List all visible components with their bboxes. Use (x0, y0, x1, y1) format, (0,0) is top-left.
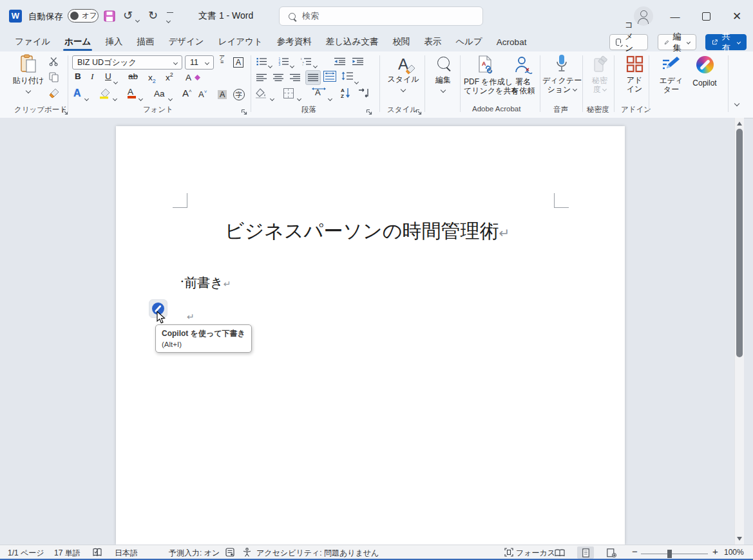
bold-button[interactable]: B (75, 71, 81, 81)
grow-font-icon[interactable]: A˄ (182, 88, 192, 99)
quick-access-more-icon[interactable] (167, 12, 173, 26)
redo-icon[interactable]: ↻ (148, 8, 158, 23)
zoom-in-button[interactable]: + (712, 546, 718, 557)
share-button[interactable]: 共有 (705, 34, 747, 50)
zoom-out-button[interactable]: − (632, 546, 638, 557)
font-size-select[interactable]: 11 (185, 55, 214, 70)
vertical-scrollbar[interactable] (734, 118, 744, 545)
paste-button[interactable]: 貼り付け (10, 54, 46, 97)
undo-dropdown-icon[interactable] (136, 14, 139, 26)
character-border-icon[interactable]: A (233, 56, 243, 68)
word-logo-icon[interactable]: W (9, 10, 22, 23)
addins-button[interactable]: アド イン (620, 55, 649, 93)
word-count[interactable]: 17 単語 (54, 548, 81, 559)
close-button[interactable]: ✕ (723, 0, 751, 32)
borders-icon[interactable] (283, 88, 294, 101)
decrease-indent-icon[interactable] (334, 57, 346, 68)
editing-mode-button[interactable]: 編集 (658, 34, 696, 50)
minimize-button[interactable]: — (661, 0, 689, 32)
font-color-dropdown-icon[interactable] (139, 93, 142, 104)
justify-button[interactable] (305, 70, 321, 85)
scroll-down-icon[interactable] (737, 537, 742, 541)
show-formatting-marks-icon[interactable] (358, 88, 370, 100)
focus-label[interactable]: フォーカス (516, 548, 555, 559)
distributed-dropdown-icon[interactable] (329, 93, 332, 104)
document-title-text[interactable]: ビジネスパーソンの時間管理術↵ (187, 218, 548, 245)
create-pdf-button[interactable]: A PDF を作成し てリンクを共有 (464, 55, 506, 95)
tab-view[interactable]: 表示 (417, 32, 448, 51)
paragraph-dialog-launcher-icon[interactable] (366, 106, 372, 113)
accessibility-status[interactable]: アクセシビリティ: 問題ありません (256, 548, 379, 559)
cut-icon[interactable] (49, 57, 59, 69)
align-right-icon[interactable] (290, 73, 300, 84)
format-painter-icon[interactable] (49, 88, 60, 101)
tab-insert[interactable]: 挿入 (98, 32, 129, 51)
shading-dropdown-icon[interactable] (271, 93, 274, 104)
text-effects-dropdown-icon[interactable] (85, 93, 88, 104)
tab-mailings[interactable]: 差し込み文書 (319, 32, 386, 51)
underline-dropdown-icon[interactable] (114, 76, 117, 88)
editing-button[interactable]: 編集 (426, 57, 460, 96)
tab-review[interactable]: 校閲 (385, 32, 417, 51)
tab-help[interactable]: ヘルプ (448, 32, 489, 51)
text-effects-icon[interactable]: A (73, 88, 81, 99)
distributed-alignment-icon[interactable]: A (310, 87, 327, 100)
borders-dropdown-icon[interactable] (298, 93, 301, 104)
strikethrough-button[interactable]: ab (128, 71, 138, 81)
ime-prediction-indicator[interactable]: 予測入力: オン (169, 548, 220, 559)
accessibility-icon[interactable] (243, 548, 251, 559)
focus-icon[interactable] (504, 548, 513, 559)
search-input[interactable]: 検索 (279, 6, 483, 26)
shrink-font-icon[interactable]: A˅ (198, 88, 207, 100)
tab-design[interactable]: デザイン (161, 32, 211, 51)
document-page[interactable]: ビジネスパーソンの時間管理術↵ ▪前書き↵ ↵ Copilot を使って下書き … (116, 126, 625, 545)
numbering-dropdown-icon[interactable] (291, 60, 294, 71)
scrollbar-thumb[interactable] (736, 129, 743, 357)
tab-references[interactable]: 参考資料 (270, 32, 319, 51)
proofing-icon[interactable] (93, 548, 102, 559)
highlight-color-icon[interactable] (99, 88, 111, 102)
change-case-dropdown-icon[interactable] (169, 93, 172, 104)
document-heading-text[interactable]: ▪前書き↵ (181, 274, 231, 292)
align-center-icon[interactable] (273, 73, 283, 84)
superscript-button[interactable]: x2 (166, 71, 173, 83)
zoom-slider-thumb[interactable] (667, 550, 672, 558)
underline-button[interactable]: U (105, 71, 111, 81)
editor-button[interactable]: エディ ター (656, 55, 687, 94)
bullets-icon[interactable] (256, 57, 267, 68)
character-shading-icon[interactable]: A (218, 88, 227, 100)
language-indicator[interactable]: 日本語 (115, 548, 138, 559)
zoom-slider-track[interactable] (641, 554, 708, 554)
styles-dialog-launcher-icon[interactable] (415, 106, 422, 113)
tab-acrobat[interactable]: Acrobat (490, 32, 534, 51)
numbering-icon[interactable]: 123 (278, 57, 289, 68)
save-icon[interactable] (104, 10, 115, 24)
page-indicator[interactable]: 1/1 ページ (8, 548, 44, 559)
read-mode-button[interactable] (551, 546, 568, 559)
distribute-text-icon[interactable] (323, 71, 336, 84)
print-layout-button[interactable] (577, 546, 594, 559)
copilot-button[interactable]: Copilot (687, 56, 723, 88)
tab-draw[interactable]: 描画 (129, 32, 161, 51)
line-spacing-dropdown-icon[interactable] (355, 76, 358, 88)
font-name-select[interactable]: BIZ UDゴシック (72, 55, 182, 70)
web-layout-button[interactable] (603, 546, 620, 559)
sort-icon[interactable]: AZ (340, 87, 352, 101)
enclose-characters-icon[interactable]: 字 (233, 88, 245, 100)
tab-layout[interactable]: レイアウト (211, 32, 270, 51)
change-case-button[interactable]: Aa (154, 89, 165, 98)
scroll-up-icon[interactable] (737, 122, 742, 126)
ruby-phonetic-icon[interactable]: ア≡ (219, 55, 225, 64)
line-spacing-icon[interactable] (341, 71, 353, 83)
ime-icon[interactable] (225, 548, 234, 559)
tab-file[interactable]: ファイル (8, 32, 57, 51)
zoom-level[interactable]: 100% (724, 548, 744, 557)
collapse-ribbon-icon[interactable] (735, 98, 739, 109)
clear-formatting-icon[interactable]: A (186, 71, 200, 83)
font-color-icon[interactable]: A (128, 88, 136, 98)
styles-button[interactable]: A スタイル (384, 55, 423, 95)
comments-button[interactable]: コメント (609, 34, 648, 50)
increase-indent-icon[interactable] (352, 57, 364, 68)
maximize-button[interactable] (692, 0, 720, 32)
dictation-button[interactable]: ディクテー ション (542, 54, 581, 94)
